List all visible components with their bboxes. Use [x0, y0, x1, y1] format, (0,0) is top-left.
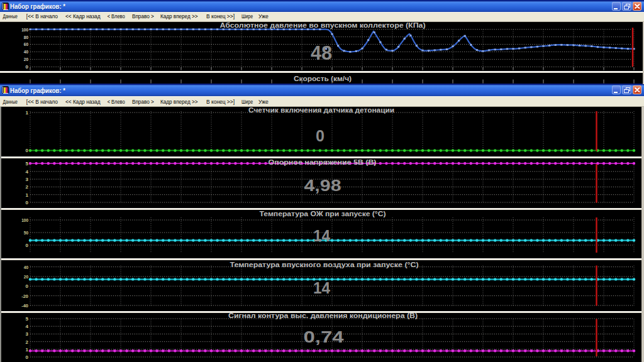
svg-text:[<< В начало: [<< В начало — [26, 13, 58, 19]
svg-text:В конец >>]: В конец >>] — [206, 99, 235, 105]
svg-text:Абсолютное давление во впускно: Абсолютное давление во впускном коллекто… — [220, 21, 426, 29]
svg-text:1: 1 — [26, 110, 29, 116]
svg-text:Шире: Шире — [242, 13, 253, 19]
svg-text:Кадр вперед >>: Кадр вперед >> — [160, 13, 198, 19]
svg-text:4,98: 4,98 — [304, 177, 341, 194]
svg-text:Температура впускного воздуха: Температура впускного воздуха при запуск… — [230, 261, 419, 268]
svg-text:0: 0 — [26, 64, 29, 70]
svg-text:В конец >>]: В конец >>] — [206, 13, 235, 19]
svg-text:Набор графиков: *: Набор графиков: * — [10, 3, 66, 10]
svg-text:3: 3 — [26, 331, 29, 337]
svg-text:48: 48 — [311, 41, 332, 64]
svg-text:5: 5 — [26, 316, 29, 322]
svg-text:14: 14 — [313, 279, 330, 297]
svg-text:Набор графиков: *: Набор графиков: * — [10, 87, 66, 94]
svg-text:<< Кадр назад: << Кадр назад — [65, 13, 101, 19]
svg-text:0,74: 0,74 — [304, 328, 344, 346]
svg-text:[<< В начало: [<< В начало — [26, 99, 58, 105]
svg-text:50: 50 — [24, 230, 29, 236]
svg-text:Вправо >: Вправо > — [132, 13, 154, 19]
svg-text:60: 60 — [24, 41, 29, 47]
svg-text:Уже: Уже — [258, 99, 269, 105]
svg-text:0: 0 — [26, 200, 29, 206]
svg-text:3: 3 — [26, 177, 29, 182]
svg-text:4: 4 — [26, 169, 29, 175]
svg-text:4: 4 — [26, 324, 29, 329]
svg-text:20: 20 — [24, 57, 29, 62]
svg-text:Шире: Шире — [242, 99, 253, 105]
svg-text:Вправо >: Вправо > — [132, 99, 154, 105]
svg-text:1: 1 — [26, 347, 29, 353]
svg-text:Опорное напряжение 5В (В): Опорное напряжение 5В (В) — [269, 158, 377, 166]
svg-text:0: 0 — [316, 127, 325, 145]
svg-text:100: 100 — [21, 27, 28, 33]
svg-text:1: 1 — [26, 192, 29, 198]
svg-text:20: 20 — [24, 274, 29, 280]
svg-text:0: 0 — [26, 243, 29, 248]
svg-text:14: 14 — [313, 227, 330, 244]
svg-text:Счетчик включения датчика дето: Счетчик включения датчика детонации — [248, 106, 394, 114]
svg-text:Данные: Данные — [3, 99, 18, 105]
svg-text:Скорость (км/ч): Скорость (км/ч) — [294, 75, 352, 82]
svg-text:<< Кадр назад: << Кадр назад — [65, 99, 101, 105]
svg-text:40: 40 — [24, 265, 29, 270]
svg-text:2: 2 — [26, 339, 29, 345]
svg-text:Кадр вперед >>: Кадр вперед >> — [160, 99, 198, 105]
svg-text:0: 0 — [26, 354, 29, 360]
svg-text:< Влево: < Влево — [108, 13, 125, 19]
svg-text:2: 2 — [26, 184, 29, 190]
svg-text:0: 0 — [26, 148, 29, 153]
svg-text:40: 40 — [24, 49, 29, 55]
svg-text:100: 100 — [21, 217, 28, 223]
svg-text:5: 5 — [26, 161, 29, 167]
svg-text:Уже: Уже — [258, 13, 269, 19]
svg-text:-40: -40 — [21, 303, 28, 309]
svg-text:0: 0 — [26, 283, 29, 289]
svg-text:80: 80 — [24, 35, 29, 40]
svg-text:Температура ОЖ при запуске (°: Температура ОЖ при запуске (°С) — [260, 210, 386, 217]
svg-text:-20: -20 — [21, 293, 28, 299]
svg-text:Сигнал контура выс. давления к: Сигнал контура выс. давления кондиционер… — [228, 312, 418, 319]
svg-text:< Влево: < Влево — [108, 99, 125, 105]
svg-text:Данные: Данные — [3, 13, 18, 19]
